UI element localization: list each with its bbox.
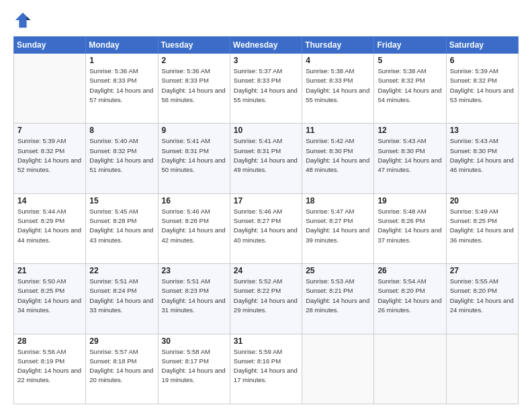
day-info: Sunrise: 5:54 AMSunset: 8:20 PMDaylight:… xyxy=(378,277,442,315)
calendar-week-row: 7Sunrise: 5:39 AMSunset: 8:32 PMDaylight… xyxy=(14,124,519,193)
day-number: 5 xyxy=(378,56,442,65)
day-number: 8 xyxy=(89,126,154,135)
day-number: 16 xyxy=(162,196,226,205)
day-info: Sunrise: 5:58 AMSunset: 8:17 PMDaylight:… xyxy=(162,347,226,385)
day-number: 24 xyxy=(234,266,298,275)
day-info: Sunrise: 5:47 AMSunset: 8:27 PMDaylight:… xyxy=(306,207,370,245)
calendar-cell: 18Sunrise: 5:47 AMSunset: 8:27 PMDayligh… xyxy=(302,193,374,263)
day-number: 13 xyxy=(450,126,515,135)
calendar-cell: 1Sunrise: 5:36 AMSunset: 8:33 PMDaylight… xyxy=(86,54,158,124)
day-number: 28 xyxy=(17,336,82,346)
calendar-cell: 27Sunrise: 5:55 AMSunset: 8:20 PMDayligh… xyxy=(446,264,518,334)
calendar-cell: 5Sunrise: 5:38 AMSunset: 8:32 PMDaylight… xyxy=(374,54,446,124)
calendar-cell: 25Sunrise: 5:53 AMSunset: 8:21 PMDayligh… xyxy=(302,264,374,334)
day-info: Sunrise: 5:51 AMSunset: 8:23 PMDaylight:… xyxy=(162,277,226,315)
calendar-cell: 6Sunrise: 5:39 AMSunset: 8:32 PMDaylight… xyxy=(446,54,518,124)
calendar-weekday-tuesday: Tuesday xyxy=(158,37,230,54)
day-number: 11 xyxy=(306,126,370,135)
day-info: Sunrise: 5:38 AMSunset: 8:32 PMDaylight:… xyxy=(378,66,442,105)
day-info: Sunrise: 5:45 AMSunset: 8:28 PMDaylight:… xyxy=(89,207,154,245)
calendar-table: SundayMondayTuesdayWednesdayThursdayFrid… xyxy=(13,36,519,404)
day-number: 30 xyxy=(162,336,226,346)
day-info: Sunrise: 5:46 AMSunset: 8:27 PMDaylight:… xyxy=(234,207,298,245)
day-number: 12 xyxy=(378,126,442,135)
calendar-cell: 15Sunrise: 5:45 AMSunset: 8:28 PMDayligh… xyxy=(86,193,158,263)
day-number: 18 xyxy=(306,196,370,205)
day-number: 17 xyxy=(234,196,298,205)
day-info: Sunrise: 5:53 AMSunset: 8:21 PMDaylight:… xyxy=(306,277,370,315)
day-info: Sunrise: 5:51 AMSunset: 8:24 PMDaylight:… xyxy=(89,277,154,315)
calendar-cell: 2Sunrise: 5:36 AMSunset: 8:33 PMDaylight… xyxy=(158,54,230,124)
calendar-header-row: SundayMondayTuesdayWednesdayThursdayFrid… xyxy=(14,37,519,54)
calendar-week-row: 28Sunrise: 5:56 AMSunset: 8:19 PMDayligh… xyxy=(14,334,519,404)
page: SundayMondayTuesdayWednesdayThursdayFrid… xyxy=(0,0,532,411)
calendar-cell: 7Sunrise: 5:39 AMSunset: 8:32 PMDaylight… xyxy=(14,124,86,193)
day-number: 1 xyxy=(89,56,154,65)
header xyxy=(13,11,519,30)
calendar-week-row: 21Sunrise: 5:50 AMSunset: 8:25 PMDayligh… xyxy=(14,264,519,334)
calendar-cell: 22Sunrise: 5:51 AMSunset: 8:24 PMDayligh… xyxy=(86,264,158,334)
day-number: 9 xyxy=(162,126,226,135)
day-info: Sunrise: 5:36 AMSunset: 8:33 PMDaylight:… xyxy=(162,66,226,105)
day-info: Sunrise: 5:38 AMSunset: 8:33 PMDaylight:… xyxy=(306,66,370,105)
day-info: Sunrise: 5:43 AMSunset: 8:30 PMDaylight:… xyxy=(450,136,515,175)
day-number: 15 xyxy=(89,196,154,205)
calendar-cell: 29Sunrise: 5:57 AMSunset: 8:18 PMDayligh… xyxy=(86,334,158,404)
day-info: Sunrise: 5:39 AMSunset: 8:32 PMDaylight:… xyxy=(450,66,515,105)
day-number: 21 xyxy=(17,266,82,275)
day-number: 31 xyxy=(234,336,298,346)
calendar-cell: 31Sunrise: 5:59 AMSunset: 8:16 PMDayligh… xyxy=(230,334,302,404)
day-info: Sunrise: 5:44 AMSunset: 8:29 PMDaylight:… xyxy=(17,207,82,245)
day-info: Sunrise: 5:59 AMSunset: 8:16 PMDaylight:… xyxy=(234,347,298,385)
day-info: Sunrise: 5:55 AMSunset: 8:20 PMDaylight:… xyxy=(450,277,515,315)
calendar-cell: 9Sunrise: 5:41 AMSunset: 8:31 PMDaylight… xyxy=(158,124,230,193)
calendar-cell: 19Sunrise: 5:48 AMSunset: 8:26 PMDayligh… xyxy=(374,193,446,263)
day-info: Sunrise: 5:46 AMSunset: 8:28 PMDaylight:… xyxy=(162,207,226,245)
calendar-cell: 26Sunrise: 5:54 AMSunset: 8:20 PMDayligh… xyxy=(374,264,446,334)
calendar-cell: 17Sunrise: 5:46 AMSunset: 8:27 PMDayligh… xyxy=(230,193,302,263)
day-info: Sunrise: 5:57 AMSunset: 8:18 PMDaylight:… xyxy=(89,347,154,385)
day-info: Sunrise: 5:49 AMSunset: 8:25 PMDaylight:… xyxy=(450,207,515,245)
calendar-cell: 14Sunrise: 5:44 AMSunset: 8:29 PMDayligh… xyxy=(14,193,86,263)
calendar-weekday-friday: Friday xyxy=(374,37,446,54)
day-info: Sunrise: 5:41 AMSunset: 8:31 PMDaylight:… xyxy=(234,136,298,175)
day-number: 7 xyxy=(17,126,82,135)
day-number: 4 xyxy=(306,56,370,65)
calendar-cell: 21Sunrise: 5:50 AMSunset: 8:25 PMDayligh… xyxy=(14,264,86,334)
calendar-weekday-saturday: Saturday xyxy=(446,37,518,54)
calendar-cell: 12Sunrise: 5:43 AMSunset: 8:30 PMDayligh… xyxy=(374,124,446,193)
calendar-cell: 16Sunrise: 5:46 AMSunset: 8:28 PMDayligh… xyxy=(158,193,230,263)
day-number: 20 xyxy=(450,196,515,205)
calendar-week-row: 14Sunrise: 5:44 AMSunset: 8:29 PMDayligh… xyxy=(14,193,519,263)
logo-icon xyxy=(13,11,32,30)
day-info: Sunrise: 5:37 AMSunset: 8:33 PMDaylight:… xyxy=(234,66,298,105)
day-number: 10 xyxy=(234,126,298,135)
calendar-cell: 24Sunrise: 5:52 AMSunset: 8:22 PMDayligh… xyxy=(230,264,302,334)
day-info: Sunrise: 5:56 AMSunset: 8:19 PMDaylight:… xyxy=(17,347,82,385)
calendar-weekday-sunday: Sunday xyxy=(14,37,86,54)
day-number: 26 xyxy=(378,266,442,275)
calendar-weekday-thursday: Thursday xyxy=(302,37,374,54)
svg-marker-1 xyxy=(27,16,31,20)
day-info: Sunrise: 5:39 AMSunset: 8:32 PMDaylight:… xyxy=(17,136,82,175)
day-number: 19 xyxy=(378,196,442,205)
day-info: Sunrise: 5:40 AMSunset: 8:32 PMDaylight:… xyxy=(89,136,154,175)
day-number: 14 xyxy=(17,196,82,205)
calendar-cell xyxy=(14,54,86,124)
calendar-weekday-monday: Monday xyxy=(86,37,158,54)
calendar-cell: 13Sunrise: 5:43 AMSunset: 8:30 PMDayligh… xyxy=(446,124,518,193)
day-info: Sunrise: 5:48 AMSunset: 8:26 PMDaylight:… xyxy=(378,207,442,245)
logo xyxy=(13,11,35,30)
calendar-cell: 11Sunrise: 5:42 AMSunset: 8:30 PMDayligh… xyxy=(302,124,374,193)
day-info: Sunrise: 5:41 AMSunset: 8:31 PMDaylight:… xyxy=(162,136,226,175)
day-info: Sunrise: 5:36 AMSunset: 8:33 PMDaylight:… xyxy=(89,66,154,105)
day-info: Sunrise: 5:43 AMSunset: 8:30 PMDaylight:… xyxy=(378,136,442,175)
calendar-cell: 28Sunrise: 5:56 AMSunset: 8:19 PMDayligh… xyxy=(14,334,86,404)
day-number: 27 xyxy=(450,266,515,275)
day-info: Sunrise: 5:50 AMSunset: 8:25 PMDaylight:… xyxy=(17,277,82,315)
calendar-week-row: 1Sunrise: 5:36 AMSunset: 8:33 PMDaylight… xyxy=(14,54,519,124)
day-info: Sunrise: 5:52 AMSunset: 8:22 PMDaylight:… xyxy=(234,277,298,315)
day-number: 23 xyxy=(162,266,226,275)
day-number: 6 xyxy=(450,56,515,65)
calendar-weekday-wednesday: Wednesday xyxy=(230,37,302,54)
